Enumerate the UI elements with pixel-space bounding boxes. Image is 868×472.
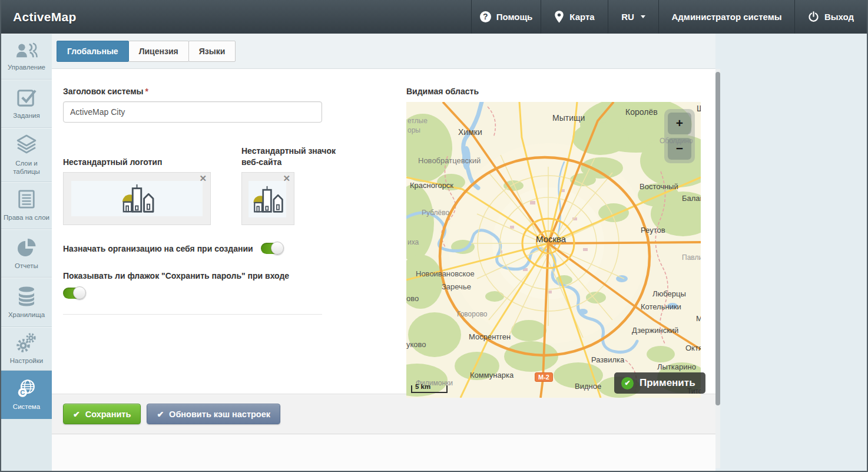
sidebar-item-label: Права на слои [2, 213, 51, 222]
map-place-label: Королёв [625, 107, 658, 117]
sidebar-item-reports[interactable]: Отчеты [1, 229, 52, 278]
check-icon: ✔ [73, 410, 80, 419]
apply-button[interactable]: ✔ Применить [614, 372, 705, 394]
layers-icon [16, 134, 37, 155]
custom-favicon-block: Нестандартный значок веб-сайта ✕ [241, 147, 336, 225]
help-menu-item[interactable]: ? Помощь [471, 0, 541, 34]
check-icon: ✔ [621, 377, 634, 390]
form-column: Заголовок системы* Нестандартный логотип… [63, 87, 322, 315]
map-scale-label: 5 km [415, 383, 430, 390]
system-title-label: Заголовок системы* [63, 87, 322, 96]
map-place-label: ово [406, 294, 419, 303]
toggle-knob [271, 242, 284, 255]
map-pin-icon [554, 10, 564, 24]
user-menu-item[interactable]: Администратор системы [658, 0, 794, 34]
map-menu-item[interactable]: Карта [541, 0, 608, 34]
map-place-label: Восточный [640, 182, 678, 191]
logout-label: Выход [824, 12, 854, 22]
map-place-label: Коммунарка [470, 371, 514, 379]
sidebar-item-settings[interactable]: Настройки [1, 327, 52, 371]
main-content: Глобальные Лицензия Языки Заголовок сист… [52, 34, 715, 471]
tab-license[interactable]: Лицензия [128, 41, 189, 62]
remove-logo-button[interactable]: ✕ [199, 174, 207, 183]
map-place-label: Москва [536, 234, 566, 244]
map-place-label: Развилка [591, 355, 625, 364]
map-place-label: Котельники [641, 302, 681, 311]
language-menu-item[interactable]: RU [608, 0, 658, 34]
map-place-label: етлые [408, 117, 428, 125]
sidebar-item-label: Система [11, 402, 42, 411]
building-logo-icon [119, 183, 155, 214]
svg-text:C: C [20, 389, 25, 396]
sidebar-item-system[interactable]: C Система [1, 371, 52, 419]
map-place-label: Дзержинский [632, 326, 678, 335]
assign-org-setting: Назначать организацию на себя при создан… [63, 243, 322, 254]
media-row: Нестандартный логотип ✕ Нестандартный зн… [63, 147, 322, 225]
sidebar-item-layer-rights[interactable]: Права на слои [1, 182, 52, 229]
remove-favicon-button[interactable]: ✕ [283, 174, 290, 183]
sidebar-item-layers[interactable]: Слои и таблицы [1, 128, 52, 182]
assign-org-toggle[interactable] [261, 243, 283, 254]
map-place-label: Новоивановское [416, 269, 475, 278]
map-place-label: Новобратцевский [418, 156, 481, 165]
sidebar-item-label: Задания [11, 111, 41, 120]
map-zoom-control: + − [664, 109, 695, 163]
sidebar-item-management[interactable]: Управление [1, 34, 52, 80]
help-label: Помощь [496, 12, 533, 22]
custom-favicon-image [249, 181, 286, 217]
assign-org-label: Назначать организацию на себя при создан… [63, 244, 253, 253]
logout-menu-item[interactable]: Выход [794, 0, 867, 34]
tab-languages[interactable]: Языки [188, 41, 236, 62]
header-menu: ? Помощь Карта RU Администратор системы [471, 0, 867, 34]
refresh-cache-button[interactable]: ✔ Обновить кэш настроек [147, 404, 280, 424]
sidebar-item-label: Хранилища [6, 311, 47, 319]
sidebar-item-label: Слои и таблицы [1, 159, 52, 176]
tab-bar: Глобальные Лицензия Языки [52, 34, 715, 69]
action-bar: ✔ Сохранить ✔ Обновить кэш настроек [52, 394, 715, 434]
sidebar-item-label: Настройки [8, 357, 45, 365]
visible-area-map[interactable]: ЩКоролёвМытищиетлыеорыХимкиОболдиноНовоб… [406, 102, 701, 398]
section-divider [63, 314, 322, 315]
save-password-label: Показывать ли флажок "Сохранить пароль" … [63, 271, 289, 280]
custom-logo-block: Нестандартный логотип ✕ [63, 147, 211, 225]
map-place-label: Мосрентген [469, 332, 511, 341]
users-icon [15, 41, 38, 59]
apply-label: Применить [640, 377, 695, 389]
custom-logo-image [71, 181, 203, 216]
save-button[interactable]: ✔ Сохранить [63, 404, 141, 424]
building-favicon-icon [250, 184, 284, 214]
custom-logo-label: Нестандартный логотип [63, 147, 211, 172]
refresh-cache-label: Обновить кэш настроек [169, 410, 270, 419]
map-place-label: Говорово [457, 310, 488, 318]
map-scale-bar: 5 km [411, 385, 448, 393]
language-label: RU [621, 12, 634, 22]
system-title-input[interactable] [63, 101, 322, 123]
app-header: ActiveMap ? Помощь Карта RU Администрато… [1, 0, 867, 34]
map-place-label: уково [406, 340, 426, 349]
check-icon: ✔ [157, 410, 164, 419]
tasks-icon [16, 87, 37, 107]
sidebar-item-storage[interactable]: Хранилища [1, 278, 52, 327]
save-label: Сохранить [85, 410, 131, 419]
custom-favicon-preview: ✕ [241, 172, 294, 225]
toggle-knob [73, 286, 86, 299]
map-place-label: Мытищи [552, 113, 585, 123]
map-place-label: Октяб [685, 344, 701, 352]
tab-global[interactable]: Глобальные [57, 41, 129, 62]
custom-favicon-label: Нестандартный значок веб-сайта [241, 147, 336, 172]
bottom-spacer [52, 434, 715, 471]
scrollbar-thumb[interactable] [715, 72, 720, 405]
power-icon [808, 11, 819, 22]
save-password-toggle[interactable] [63, 288, 85, 299]
vertical-scrollbar[interactable] [715, 69, 720, 468]
sidebar-item-tasks[interactable]: Задания [1, 80, 52, 128]
map-place-label: Заречье [442, 282, 471, 291]
zoom-in-button[interactable]: + [668, 113, 691, 134]
road-badge: М-2 [535, 372, 553, 382]
visible-area-label: Видимая область [406, 87, 701, 96]
map-place-label: Реутов [641, 226, 665, 235]
app-window: ActiveMap ? Помощь Карта RU Администрато… [0, 0, 868, 472]
help-icon: ? [480, 11, 491, 22]
zoom-out-button[interactable]: − [668, 138, 691, 160]
map-label: Карта [569, 12, 594, 22]
